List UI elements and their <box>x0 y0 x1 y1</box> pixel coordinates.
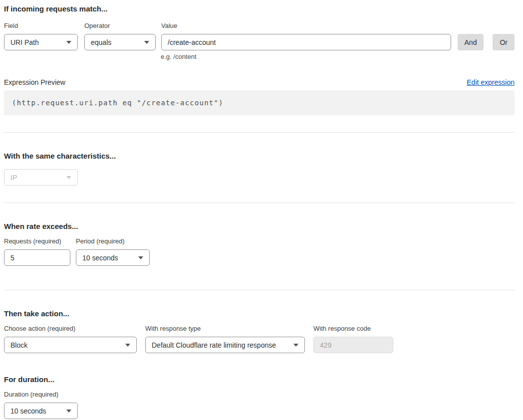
section-divider <box>4 203 515 203</box>
field-select-value: URI Path <box>10 38 39 46</box>
characteristics-select-value: IP <box>10 174 17 182</box>
choose-action-label: Choose action (required) <box>4 325 137 333</box>
action-column: Choose action (required) Block <box>4 325 137 353</box>
period-select[interactable]: 10 seconds <box>76 249 150 266</box>
response-code-label: With response code <box>313 325 393 333</box>
field-select[interactable]: URI Path <box>4 34 78 50</box>
response-type-column: With response type Default Cloudflare ra… <box>145 325 305 353</box>
rate-row: Requests (required) Period (required) 10… <box>4 237 515 266</box>
period-column: Period (required) 10 seconds <box>76 237 150 266</box>
chevron-down-icon <box>66 41 71 44</box>
duration-label: Duration (required) <box>4 391 515 399</box>
operator-label: Operator <box>84 22 156 30</box>
field-label: Field <box>4 22 78 30</box>
duration-select[interactable]: 10 seconds <box>4 403 78 419</box>
chevron-down-icon <box>125 344 130 347</box>
value-input[interactable] <box>161 34 451 50</box>
chevron-down-icon <box>66 176 71 179</box>
section-heading-rate: When rate exceeds... <box>4 221 515 231</box>
response-code-input <box>313 337 393 353</box>
action-select-value: Block <box>10 341 27 349</box>
section-divider <box>4 132 515 133</box>
action-row: Choose action (required) Block With resp… <box>4 325 515 353</box>
action-select[interactable]: Block <box>4 337 137 353</box>
period-label: Period (required) <box>76 237 150 245</box>
rate-limit-rule-form: If incoming requests match... Field URI … <box>4 4 515 419</box>
characteristics-select[interactable]: IP <box>4 169 78 186</box>
edit-expression-link[interactable]: Edit expression <box>467 78 515 86</box>
response-type-label: With response type <box>145 325 305 333</box>
section-divider <box>4 290 515 290</box>
expression-code-block: (http.request.uri.path eq "/create-accou… <box>4 90 515 115</box>
duration-select-value: 10 seconds <box>10 407 46 415</box>
requests-input[interactable] <box>4 249 70 266</box>
period-select-value: 10 seconds <box>82 254 118 262</box>
response-type-select-value: Default Cloudflare rate limiting respons… <box>152 341 276 349</box>
or-button[interactable]: Or <box>493 34 515 50</box>
value-column: Value <box>161 22 451 50</box>
operator-select[interactable]: equals <box>84 34 156 50</box>
response-code-column: With response code <box>313 325 393 353</box>
section-heading-match: If incoming requests match... <box>4 4 515 13</box>
operator-select-value: equals <box>91 38 111 46</box>
expression-preview-label: Expression Preview <box>4 78 65 86</box>
chevron-down-icon <box>144 41 149 44</box>
chevron-down-icon <box>138 256 143 259</box>
value-label: Value <box>161 22 451 30</box>
section-heading-duration: For duration... <box>4 375 515 384</box>
chevron-down-icon <box>293 344 298 347</box>
section-heading-characteristics: With the same characteristics... <box>4 151 515 161</box>
match-condition-row: Field URI Path Operator equals Value And… <box>4 22 515 50</box>
requests-column: Requests (required) <box>4 237 70 266</box>
section-heading-action: Then take action... <box>4 309 515 318</box>
operator-column: Operator equals <box>84 22 156 50</box>
requests-label: Requests (required) <box>4 237 70 245</box>
value-hint: e.g. /content <box>161 53 515 61</box>
response-type-select[interactable]: Default Cloudflare rate limiting respons… <box>145 337 305 353</box>
expression-preview-header: Expression Preview Edit expression <box>4 78 515 86</box>
and-button[interactable]: And <box>458 34 484 50</box>
chevron-down-icon <box>66 410 71 413</box>
field-column: Field URI Path <box>4 22 78 50</box>
